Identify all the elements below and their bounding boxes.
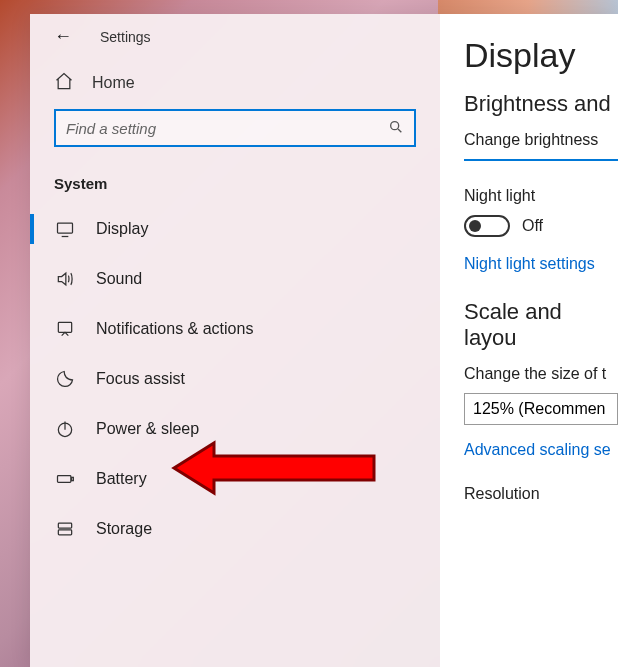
svg-rect-7 xyxy=(58,476,71,483)
resolution-label: Resolution xyxy=(464,485,618,503)
storage-icon xyxy=(54,518,76,540)
svg-line-1 xyxy=(398,129,401,132)
moon-icon xyxy=(54,368,76,390)
back-icon[interactable]: ← xyxy=(54,26,72,47)
page-title: Display xyxy=(464,36,618,75)
sidebar-item-focus-assist[interactable]: Focus assist xyxy=(30,354,440,404)
window-header: ← Settings xyxy=(30,14,440,55)
home-icon xyxy=(54,71,74,95)
search-box[interactable] xyxy=(54,109,416,147)
svg-rect-2 xyxy=(58,223,73,233)
section-title: System xyxy=(30,171,440,204)
sidebar-item-label: Battery xyxy=(96,470,147,488)
sidebar-item-label: Storage xyxy=(96,520,152,538)
battery-icon xyxy=(54,468,76,490)
night-light-toggle-row: Off xyxy=(464,215,618,237)
search-input[interactable] xyxy=(66,120,388,137)
scale-dropdown[interactable]: 125% (Recommen xyxy=(464,393,618,425)
night-light-label: Night light xyxy=(464,187,618,205)
sidebar-item-battery[interactable]: Battery xyxy=(30,454,440,504)
svg-rect-10 xyxy=(58,530,71,535)
content-pane: Display Brightness and Change brightness… xyxy=(440,14,618,667)
sidebar-item-notifications[interactable]: Notifications & actions xyxy=(30,304,440,354)
power-icon xyxy=(54,418,76,440)
sidebar-item-label: Power & sleep xyxy=(96,420,199,438)
home-nav-item[interactable]: Home xyxy=(30,55,440,109)
svg-rect-8 xyxy=(72,477,74,480)
svg-rect-9 xyxy=(58,523,71,528)
change-brightness-label: Change brightness xyxy=(464,131,618,149)
scale-heading: Scale and layou xyxy=(464,299,618,351)
display-icon xyxy=(54,218,76,240)
night-light-settings-link[interactable]: Night light settings xyxy=(464,255,618,273)
brightness-heading: Brightness and xyxy=(464,91,618,117)
sidebar-item-label: Focus assist xyxy=(96,370,185,388)
settings-window: ← Settings Home System Display xyxy=(30,14,618,667)
toggle-state-label: Off xyxy=(522,217,543,235)
home-label: Home xyxy=(92,74,135,92)
sound-icon xyxy=(54,268,76,290)
search-icon xyxy=(388,119,404,138)
notifications-icon xyxy=(54,318,76,340)
night-light-toggle[interactable] xyxy=(464,215,510,237)
svg-rect-4 xyxy=(58,322,71,332)
advanced-scaling-link[interactable]: Advanced scaling se xyxy=(464,441,618,459)
brightness-slider[interactable] xyxy=(464,159,618,161)
sidebar-item-label: Display xyxy=(96,220,148,238)
sidebar-item-storage[interactable]: Storage xyxy=(30,504,440,554)
svg-point-0 xyxy=(391,121,399,129)
sidebar-item-display[interactable]: Display xyxy=(30,204,440,254)
sidebar-item-label: Notifications & actions xyxy=(96,320,253,338)
sidebar-item-label: Sound xyxy=(96,270,142,288)
window-title: Settings xyxy=(100,29,151,45)
sidebar-item-power[interactable]: Power & sleep xyxy=(30,404,440,454)
change-size-label: Change the size of t xyxy=(464,365,618,383)
sidebar-item-sound[interactable]: Sound xyxy=(30,254,440,304)
sidebar: ← Settings Home System Display xyxy=(30,14,440,667)
